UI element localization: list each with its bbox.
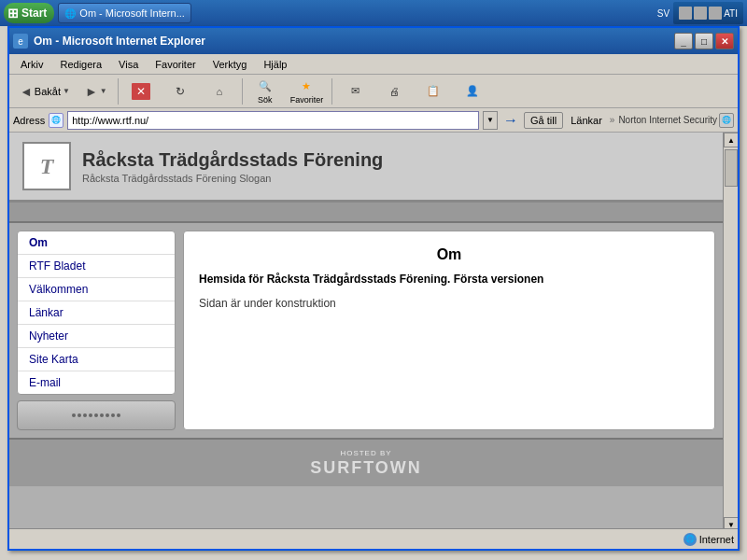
nav-stripe — [9, 203, 723, 223]
refresh-icon: ↻ — [171, 83, 190, 100]
back-arrow-icon: ◄ — [20, 84, 33, 99]
home-button[interactable]: ⌂ — [201, 80, 238, 103]
tray-ati-label: ATI — [724, 8, 738, 19]
favorites-icon: ★ — [297, 77, 316, 94]
site-header: T Råcksta Trädgårdsstads Förening Råckst… — [9, 133, 723, 203]
status-right: 🌐 Internet — [684, 533, 734, 546]
scroll-track[interactable] — [724, 147, 738, 517]
toolbar-chevron-icon: » — [610, 115, 615, 125]
menu-favoriter[interactable]: Favoriter — [148, 57, 203, 72]
toolbar: ◄ Bakåt ▼ ► ▼ ✕ ↻ ⌂ 🔍 Sök ★ Favoriter ✉ — [9, 75, 738, 108]
nav-site-karta[interactable]: Site Karta — [18, 348, 175, 371]
tray-volume-icon — [694, 7, 707, 20]
start-button[interactable]: ⊞ Start — [4, 3, 54, 23]
ie-taskbar-icon: 🌐 — [64, 8, 76, 19]
search-icon: 🔍 — [256, 77, 275, 94]
address-favicon: 🌐 — [49, 113, 63, 128]
vertical-scrollbar: ▲ ▼ — [723, 133, 738, 532]
home-icon: ⌂ — [210, 83, 229, 100]
maximize-button[interactable]: □ — [695, 33, 713, 49]
menu-visa[interactable]: Visa — [111, 57, 146, 72]
toolbar-sep-1 — [118, 78, 119, 105]
favorites-label: Favoriter — [290, 95, 324, 105]
print-button[interactable]: 🖨 — [375, 80, 413, 103]
site-logo: T — [22, 142, 71, 190]
close-button[interactable]: ✕ — [715, 33, 734, 49]
back-button[interactable]: ◄ Bakåt ▼ — [13, 80, 77, 103]
status-bar: 🌐 Internet — [9, 528, 738, 549]
menu-bar: Arkiv Redigera Visa Favoriter Verktyg Hj… — [9, 54, 738, 75]
ie-window: e Om - Microsoft Internet Explorer _ □ ✕… — [7, 26, 740, 551]
nav-om[interactable]: Om — [18, 231, 175, 255]
user-button[interactable]: 👤 — [454, 80, 491, 103]
taskbar-tray: SV ATI — [657, 2, 743, 24]
address-label: Adress — [13, 115, 45, 126]
minimize-button[interactable]: _ — [674, 33, 693, 49]
page-title: Om — [199, 246, 699, 263]
window-title: Om - Microsoft Internet Explorer — [34, 35, 669, 48]
stop-button[interactable]: ✕ — [122, 80, 160, 103]
favorites-button[interactable]: ★ Favoriter — [286, 75, 329, 107]
tray-network-icon — [679, 7, 692, 20]
nav-rtf-bladet[interactable]: RTF Bladet — [18, 255, 175, 278]
zone-label: Internet — [699, 534, 734, 545]
nav-email[interactable]: E-mail — [18, 371, 175, 394]
start-label: Start — [21, 7, 47, 20]
tray-clock-icon — [709, 7, 722, 20]
forward-arrow-icon: ► — [85, 84, 98, 99]
nav-bottom-button[interactable] — [17, 400, 176, 430]
norton-icon: 🌐 — [719, 113, 734, 128]
address-input[interactable] — [67, 111, 479, 130]
forward-dropdown-icon: ▼ — [100, 87, 107, 95]
page-body: Sidan är under konstruktion — [199, 297, 699, 310]
content-area: T Råcksta Trädgårdsstads Förening Råckst… — [9, 133, 738, 547]
search-button[interactable]: 🔍 Sök — [247, 75, 284, 107]
taskbar-active-window[interactable]: 🌐 Om - Microsoft Intern... — [58, 3, 190, 23]
norton-label: Norton Internet Security — [618, 115, 717, 125]
status-zone: 🌐 Internet — [684, 533, 734, 546]
scroll-up-button[interactable]: ▲ — [724, 133, 738, 147]
system-tray: ATI — [673, 2, 743, 24]
go-arrow-icon: → — [503, 112, 518, 129]
site-title-block: Råcksta Trädgårdsstads Förening Råcksta … — [82, 149, 383, 184]
menu-hjalp[interactable]: Hjälp — [256, 57, 294, 72]
norton-bar: Norton Internet Security 🌐 — [618, 113, 734, 128]
ie-window-icon: e — [13, 34, 28, 49]
address-dropdown-button[interactable]: ▼ — [483, 111, 498, 130]
nav-lankar[interactable]: Länkar — [18, 301, 175, 325]
menu-verktyg[interactable]: Verktyg — [205, 57, 255, 72]
address-bar: Adress 🌐 ▼ → Gå till Länkar » Norton Int… — [9, 108, 738, 133]
mail-button[interactable]: ✉ — [336, 80, 374, 103]
internet-zone-icon: 🌐 — [684, 533, 697, 546]
site-slogan: Råcksta Trädgårdsstads Förening Slogan — [82, 173, 383, 184]
main-layout: Om RTF Bladet Välkommen Länkar Nyheter S… — [9, 223, 723, 438]
nav-dots-decoration — [72, 413, 120, 417]
toolbar-sep-2 — [242, 78, 243, 105]
refresh-button[interactable]: ↻ — [162, 80, 199, 103]
nav-nyheter[interactable]: Nyheter — [18, 325, 175, 348]
links-button[interactable]: Länkar — [567, 113, 606, 128]
nav-valkommen[interactable]: Välkommen — [18, 278, 175, 301]
forward-button[interactable]: ► ▼ — [78, 80, 114, 103]
taskbar: ⊞ Start 🌐 Om - Microsoft Intern... SV AT… — [0, 0, 747, 26]
edit-button[interactable]: 📋 — [415, 80, 452, 103]
locale-label: SV — [657, 8, 669, 19]
hosted-by: HOSTED BY SURFTOWN — [310, 449, 422, 478]
menu-redigera[interactable]: Redigera — [52, 57, 109, 72]
edit-icon: 📋 — [424, 83, 443, 100]
scroll-thumb[interactable] — [725, 149, 738, 187]
left-nav: Om RTF Bladet Välkommen Länkar Nyheter S… — [17, 231, 176, 430]
page-subtitle: Hemsida för Råcksta Trädgårdsstads Fören… — [199, 273, 699, 286]
surftown-label: SURFTOWN — [310, 458, 422, 478]
search-label: Sök — [258, 95, 273, 105]
menu-arkiv[interactable]: Arkiv — [13, 57, 50, 72]
back-label: Bakåt — [35, 86, 61, 97]
go-button[interactable]: Gå till — [524, 112, 563, 129]
content-box: Om Hemsida för Råcksta Trädgårdsstads Fö… — [183, 231, 715, 430]
stop-icon: ✕ — [132, 83, 150, 100]
user-icon: 👤 — [463, 83, 482, 100]
nav-box: Om RTF Bladet Välkommen Länkar Nyheter S… — [17, 231, 176, 395]
go-label: Gå till — [530, 115, 557, 126]
print-icon: 🖨 — [385, 83, 403, 100]
taskbar-window-title: Om - Microsoft Intern... — [79, 7, 184, 19]
